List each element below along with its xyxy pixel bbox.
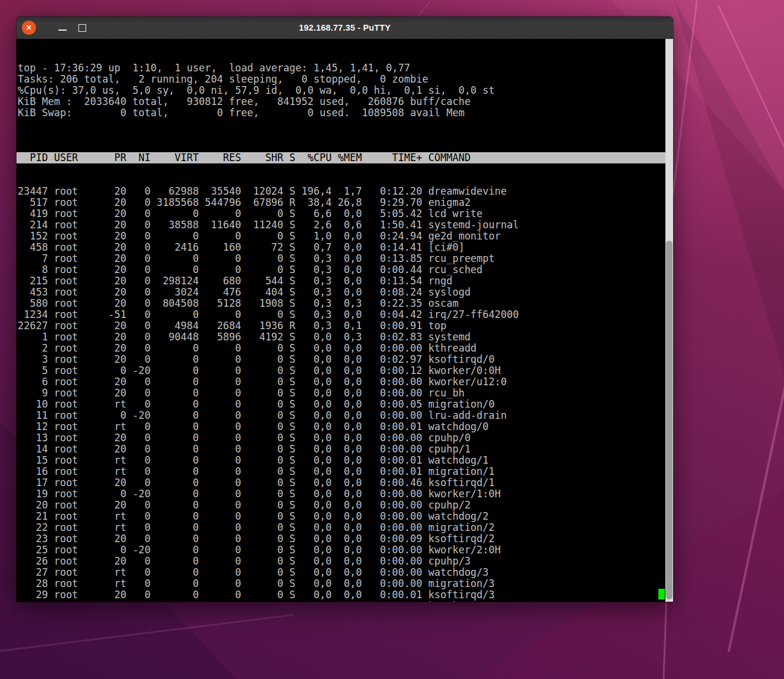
- close-icon: ✕: [26, 24, 32, 31]
- summary-line: KiB Mem : 2033640 total, 930812 free, 84…: [18, 96, 665, 107]
- process-row: 20 root 20 0 0 0 0 S 0,0 0,0 0:00.00 cpu…: [18, 500, 665, 511]
- process-row: 15 root rt 0 0 0 0 S 0,0 0,0 0:00.01 wat…: [18, 455, 665, 466]
- terminal-screen[interactable]: top - 17:36:29 up 1:10, 1 user, load ave…: [17, 39, 665, 602]
- wallpaper-line: [727, 380, 784, 652]
- process-row: 6 root 20 0 0 0 0 S 0,0 0,0 0:00.00 kwor…: [18, 376, 665, 388]
- process-row: 29 root 20 0 0 0 0 S 0,0 0,0 0:00.01 kso…: [18, 589, 665, 601]
- process-row: 9 root 20 0 0 0 0 S 0,0 0,0 0:00.00 rcu_…: [18, 388, 665, 399]
- process-row: 11 root 0 -20 0 0 0 S 0,0 0,0 0:00.00 lr…: [18, 410, 665, 421]
- process-row: 12 root rt 0 0 0 0 S 0,0 0,0 0:00.01 wat…: [18, 421, 665, 432]
- wallpaper-line: [0, 614, 294, 656]
- process-row: 517 root 20 0 3185568 544796 67896 R 38,…: [18, 197, 665, 208]
- process-row: 215 root 20 0 298124 680 544 S 0,3 0,0 0…: [18, 275, 665, 287]
- process-row: 580 root 20 0 804508 5128 1908 S 0,3 0,3…: [18, 298, 665, 309]
- window-title: 192.168.77.35 - PuTTY: [17, 17, 673, 39]
- process-row: 8 root 20 0 0 0 0 S 0,3 0,0 0:00.44 rcu_…: [18, 264, 665, 275]
- maximize-icon: [78, 24, 86, 32]
- summary-line: Tasks: 206 total, 2 running, 204 sleepin…: [18, 74, 665, 85]
- process-row: 16 root rt 0 0 0 0 S 0,0 0,0 0:00.01 mig…: [18, 466, 665, 477]
- process-row: 419 root 20 0 0 0 0 S 6,6 0,0 5:05.42 lc…: [18, 208, 665, 219]
- process-row: 1234 root -51 0 0 0 0 S 0,3 0,0 0:04.42 …: [18, 309, 665, 320]
- process-row: 3 root 20 0 0 0 0 S 0,0 0,0 0:02.97 ksof…: [18, 354, 665, 365]
- process-row: 458 root 20 0 2416 160 72 S 0,7 0,0 0:14…: [18, 242, 665, 253]
- maximize-button[interactable]: [75, 21, 89, 35]
- scrollbar-thumb[interactable]: [666, 241, 673, 599]
- summary-line: KiB Swap: 0 total, 0 free, 0 used. 10895…: [18, 107, 665, 119]
- process-row: 14 root 20 0 0 0 0 S 0,0 0,0 0:00.00 cpu…: [18, 444, 665, 455]
- putty-window: 192.168.77.35 - PuTTY ✕ top - 17:36:29 u…: [17, 17, 673, 602]
- process-row: 23447 root 20 0 62988 35540 12024 S 196,…: [18, 186, 665, 197]
- process-row: 23 root 20 0 0 0 0 S 0,0 0,0 0:00.09 kso…: [18, 533, 665, 544]
- wallpaper-line: [717, 5, 784, 231]
- summary-line: top - 17:36:29 up 1:10, 1 user, load ave…: [18, 63, 665, 74]
- process-row: 7 root 20 0 0 0 0 S 0,3 0,0 0:13.85 rcu_…: [18, 253, 665, 264]
- summary-line: %Cpu(s): 37,0 us, 5,0 sy, 0,0 ni, 57,9 i…: [18, 85, 665, 96]
- process-row: 17 root 20 0 0 0 0 S 0,0 0,0 0:00.46 kso…: [18, 477, 665, 488]
- process-row: 27 root rt 0 0 0 0 S 0,0 0,0 0:00.00 wat…: [18, 567, 665, 578]
- process-row: 25 root 0 -20 0 0 0 S 0,0 0,0 0:00.00 kw…: [18, 544, 665, 556]
- process-row: 13 root 20 0 0 0 0 S 0,0 0,0 0:00.00 cpu…: [18, 432, 665, 444]
- process-row: 1 root 20 0 90448 5896 4192 S 0,0 0,3 0:…: [18, 332, 665, 343]
- minimize-icon: [58, 29, 67, 31]
- process-table-header: PID USER PR NI VIRT RES SHR S %CPU %MEM …: [17, 152, 665, 163]
- process-table: 23447 root 20 0 62988 35540 12024 S 196,…: [18, 186, 665, 602]
- terminal-cursor: [658, 589, 665, 599]
- process-row: 10 root rt 0 0 0 0 S 0,0 0,0 0:00.05 mig…: [18, 399, 665, 410]
- process-row: 22 root rt 0 0 0 0 S 0,0 0,0 0:00.00 mig…: [18, 522, 665, 533]
- process-row: 214 root 20 0 38588 11640 11240 S 2,6 0,…: [18, 219, 665, 231]
- minimize-button[interactable]: [55, 21, 70, 35]
- desktop-background: 192.168.77.35 - PuTTY ✕ top - 17:36:29 u…: [0, 0, 784, 679]
- process-row: 31 root 0 -20 0 0 0 S 0,0 0,0 0:00.00 kw…: [18, 601, 665, 602]
- process-row: 19 root 0 -20 0 0 0 S 0,0 0,0 0:00.00 kw…: [18, 488, 665, 500]
- process-row: 5 root 0 -20 0 0 0 S 0,0 0,0 0:00.12 kwo…: [18, 365, 665, 376]
- window-titlebar[interactable]: 192.168.77.35 - PuTTY ✕: [17, 17, 673, 39]
- process-row: 152 root 20 0 0 0 0 S 1,0 0,0 0:24.94 ge…: [18, 231, 665, 242]
- top-summary: top - 17:36:29 up 1:10, 1 user, load ave…: [18, 63, 665, 119]
- process-row: 453 root 20 0 3024 476 404 S 0,3 0,0 0:0…: [18, 287, 665, 298]
- process-row: 21 root rt 0 0 0 0 S 0,0 0,0 0:00.00 wat…: [18, 511, 665, 522]
- process-row: 22627 root 20 0 4984 2684 1936 R 0,3 0,1…: [18, 320, 665, 332]
- process-row: 28 root rt 0 0 0 0 S 0,0 0,0 0:00.00 mig…: [18, 578, 665, 589]
- close-button[interactable]: ✕: [22, 21, 36, 35]
- process-row: 2 root 20 0 0 0 0 S 0,0 0,0 0:00.00 kthr…: [18, 343, 665, 354]
- terminal-scrollbar[interactable]: [665, 39, 673, 602]
- process-row: 26 root 20 0 0 0 0 S 0,0 0,0 0:00.00 cpu…: [18, 556, 665, 567]
